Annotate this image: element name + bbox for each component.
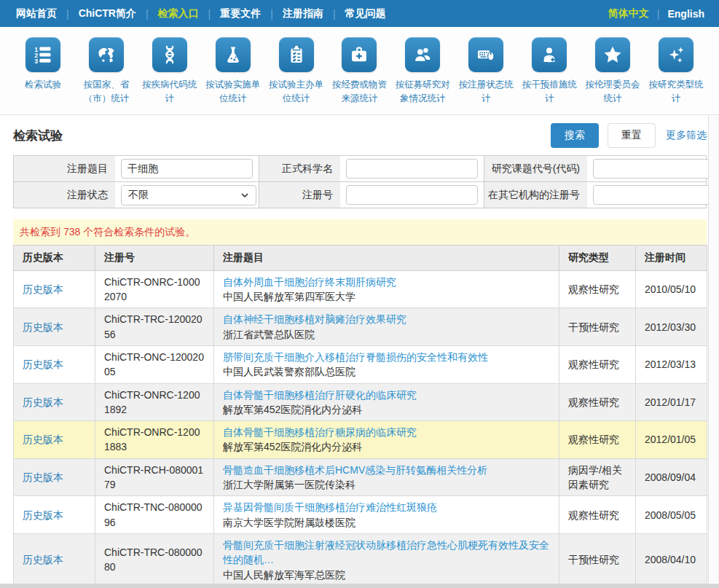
reg-no: ChiCTR-ONC-12002005 <box>95 345 214 383</box>
history-link[interactable]: 历史版本 <box>23 321 63 333</box>
trial-org: 解放军第452医院消化内分泌科 <box>223 439 550 454</box>
page-title: 检索试验 <box>13 128 63 144</box>
lang-english[interactable]: English <box>667 8 704 20</box>
scientific-name-input[interactable] <box>346 159 478 179</box>
reg-no: ChiCTR-RCH-08000179 <box>95 458 214 496</box>
nav-divider: | <box>333 8 336 20</box>
reg-date: 2012/01/17 <box>636 383 707 421</box>
main-content: 检索试验 搜索 重置 更多筛选 注册题目 正式科学名 研究课题代号(代码) <box>0 122 719 588</box>
search-actions: 搜索 重置 更多筛选 <box>551 123 707 148</box>
tool-label: 按试验主办单位统计 <box>265 78 328 106</box>
table-row-highlighted: 历史版本 ChiCTR-ONRC-12001883 自体骨髓干细胞移植治疗糖尿病… <box>14 421 707 459</box>
history-link[interactable]: 历史版本 <box>23 471 63 483</box>
title-row: 检索试验 搜索 重置 更多筛选 <box>13 122 707 149</box>
tool-stats-by-registration-status[interactable]: 按注册状态统计 <box>455 37 517 106</box>
tool-label: 按伦理委员会统计 <box>581 78 644 106</box>
tool-stats-by-disease-code[interactable]: 按疾病代码统计 <box>138 37 201 106</box>
study-type: 观察性研究 <box>559 496 636 534</box>
tool-stats-by-study-type[interactable]: 按研究类型统计 <box>645 37 707 106</box>
nav-item-about[interactable]: ChiCTR简介 <box>77 7 138 20</box>
tool-stats-by-recruitment[interactable]: 按征募研究对象情况统计 <box>391 37 454 106</box>
tool-label: 按试验实施单位统计 <box>202 78 264 106</box>
nav-item-home[interactable]: 网站首页 <box>15 7 58 20</box>
search-button[interactable]: 搜索 <box>551 123 599 148</box>
project-code-input[interactable] <box>593 159 719 179</box>
reg-no: ChiCTR-ONRC-12001892 <box>95 383 214 421</box>
more-filters-link[interactable]: 更多筛选 <box>666 129 707 142</box>
reg-date: 2012/01/05 <box>636 421 707 459</box>
trial-title-link[interactable]: 骨髓间充质干细胞注射液经冠状动脉移植治疗急性心肌梗死有效性及安全性的随机… <box>223 538 550 568</box>
registration-number-input[interactable] <box>346 185 478 205</box>
trial-org: 解放军第452医院消化内分泌科 <box>223 402 550 417</box>
language-switcher: 简体中文 | English <box>608 7 704 20</box>
other-org-number-input[interactable] <box>593 185 719 205</box>
nav-divider: | <box>208 8 211 20</box>
trial-title-link[interactable]: 自体骨髓干细胞移植治疗肝硬化的临床研究 <box>223 388 550 402</box>
nav-divider: | <box>146 8 149 20</box>
registration-status-select[interactable]: 不限 <box>121 185 256 205</box>
trial-org: 中国人民解放军海军总医院 <box>223 568 550 582</box>
history-link[interactable]: 历史版本 <box>23 358 63 370</box>
tool-search-trials[interactable]: 1 2 3 检索试验 <box>12 37 74 92</box>
table-row: 历史版本 ChiCTR-RCH-08000179 骨髓造血干细胞移植术后HCMV… <box>14 458 707 496</box>
history-link[interactable]: 历史版本 <box>23 434 63 445</box>
trial-title-link[interactable]: 自体神经干细胞移植对脑瘫治疗效果研究 <box>223 312 550 326</box>
trial-title-link[interactable]: 自体外周血干细胞治疗终末期肝病研究 <box>223 275 550 289</box>
history-link[interactable]: 历史版本 <box>23 396 63 408</box>
chevron-down-icon <box>240 191 249 200</box>
history-link[interactable]: 历史版本 <box>23 283 63 295</box>
form-cell <box>340 182 484 208</box>
numbered-list-icon: 1 2 3 <box>25 37 60 72</box>
trial-title-link[interactable]: 骨髓造血干细胞移植术后HCMV感染与肝转氨酶相关性分析 <box>223 463 550 477</box>
nav-item-faq[interactable]: 常见问题 <box>344 7 388 20</box>
trial-title-link[interactable]: 脐带间充质干细胞介入移植治疗脊髓损伤的安全性和有效性 <box>223 350 550 364</box>
vertical-scrollbar[interactable] <box>708 116 719 583</box>
tool-stats-by-sponsor[interactable]: 按试验主办单位统计 <box>265 37 328 106</box>
header-title: 注册题目 <box>214 245 559 270</box>
reg-date: 2012/03/13 <box>636 345 707 383</box>
trial-title-link[interactable]: 异基因骨髓间质干细胞移植治疗难治性红斑狼疮 <box>223 500 550 514</box>
trial-title-link[interactable]: 自体骨髓干细胞移植治疗糖尿病的临床研究 <box>223 425 550 439</box>
nav-item-guide[interactable]: 注册指南 <box>281 7 325 20</box>
doctor-icon <box>532 37 567 72</box>
tool-stats-by-implementing-site[interactable]: 按试验实施单位统计 <box>202 37 264 106</box>
history-link[interactable]: 历史版本 <box>23 509 63 521</box>
table-row: 历史版本 ChiCTR-ONC-12002005 脐带间充质干细胞介入移植治疗脊… <box>14 345 707 383</box>
reg-no: ChiCTR-ONRC-10002070 <box>95 270 214 308</box>
reg-date: 2008/05/05 <box>636 496 707 534</box>
people-icon <box>405 37 440 72</box>
lang-simplified-chinese[interactable]: 简体中文 <box>608 7 649 20</box>
tool-stats-by-region[interactable]: 按国家、省（市）统计 <box>75 37 138 106</box>
nav-item-search-entry[interactable]: 检索入口 <box>157 7 200 20</box>
tool-stats-by-funding-source[interactable]: 按经费或物资来源统计 <box>328 37 390 106</box>
history-link[interactable]: 历史版本 <box>23 554 63 565</box>
table-row: 历史版本 ChiCTR-TRC-08000080 骨髓间充质干细胞注射液经冠状动… <box>14 533 707 586</box>
trial-org: 中国人民解放军第四军医大学 <box>223 289 550 304</box>
tool-label: 按经费或物资来源统计 <box>328 78 390 106</box>
nav-divider: | <box>657 8 660 20</box>
reset-button[interactable]: 重置 <box>608 123 656 148</box>
tool-stats-by-ethics-committee[interactable]: 按伦理委员会统计 <box>581 37 644 106</box>
search-form: 注册题目 正式科学名 研究课题代号(代码) 注册状态 不限 <box>13 155 707 208</box>
reg-no: ChiCTR-TNC-08000096 <box>95 496 214 534</box>
tool-stats-by-intervention[interactable]: 按干预措施统计 <box>518 37 581 106</box>
project-code-label: 研究课题代号(代码) <box>484 156 587 181</box>
form-row: 注册状态 不限 注册号 在其它机构的注册号 <box>14 181 706 208</box>
table-row: 历史版本 ChiCTR-TNC-08000096 异基因骨髓间质干细胞移植治疗难… <box>14 496 707 534</box>
nav-item-documents[interactable]: 重要文件 <box>219 7 262 20</box>
tool-label: 按国家、省（市）统计 <box>75 78 138 106</box>
clipboard-icon <box>279 37 314 72</box>
study-type: 干预性研究 <box>559 308 636 346</box>
table-header-row: 历史版本 注册号 注册题目 研究类型 注册时间 <box>14 245 707 270</box>
header-type: 研究类型 <box>559 245 636 270</box>
reg-date: 2012/03/30 <box>636 308 707 346</box>
header-reg-no: 注册号 <box>95 245 214 270</box>
registration-title-input[interactable] <box>121 159 253 179</box>
study-type: 病因学/相关因素研究 <box>559 458 636 496</box>
nav-divider: | <box>270 8 273 20</box>
study-type: 干预性研究 <box>559 533 636 586</box>
registration-title-label: 注册题目 <box>14 156 115 181</box>
svg-text:3: 3 <box>34 58 38 65</box>
chictr-search-page: 网站首页 | ChiCTR简介 | 检索入口 | 重要文件 | 注册指南 | 常… <box>0 0 719 588</box>
tool-label: 按疾病代码统计 <box>138 78 201 106</box>
